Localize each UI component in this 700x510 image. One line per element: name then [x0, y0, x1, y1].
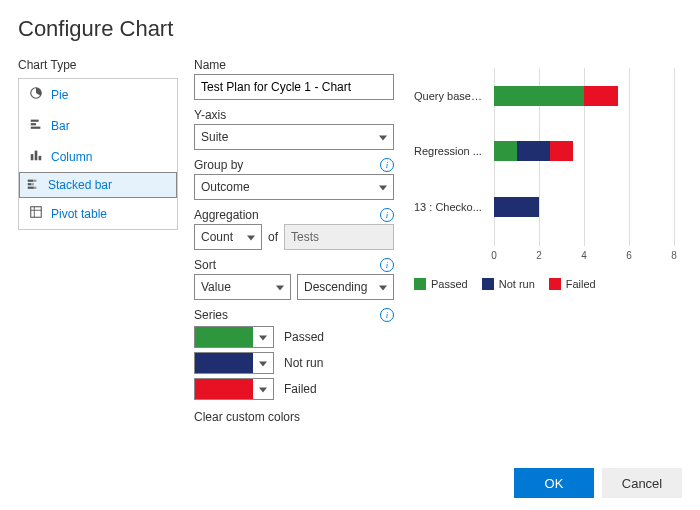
pie-icon [29, 86, 43, 103]
series-color-picker[interactable] [194, 352, 274, 374]
chart-preview: 02468 Query based...Regression ...13 : C… [410, 58, 682, 424]
legend-swatch [549, 278, 561, 290]
chevron-down-icon [247, 236, 255, 241]
bar-icon [29, 117, 43, 134]
series-row: Failed [194, 378, 394, 400]
yaxis-select[interactable]: Suite [194, 124, 394, 150]
svg-rect-3 [31, 127, 41, 129]
svg-rect-13 [31, 207, 42, 218]
series-row: Not run [194, 352, 394, 374]
svg-rect-4 [31, 154, 34, 160]
chart-xaxis: 02468 [494, 248, 674, 268]
chart-type-item-pie[interactable]: Pie [19, 79, 177, 110]
chart-type-item-pivot-table[interactable]: Pivot table [19, 198, 177, 229]
category-label: 13 : Checko... [414, 201, 484, 213]
chart-type-list: PieBarColumnStacked barPivot table [18, 78, 178, 230]
bar-row [494, 86, 618, 106]
sort-dir-select[interactable]: Descending [297, 274, 394, 300]
chevron-down-icon [379, 286, 387, 291]
bar-segment-failed [584, 86, 618, 106]
svg-rect-6 [39, 156, 42, 160]
svg-rect-1 [31, 120, 39, 122]
chart-legend: PassedNot runFailed [414, 278, 682, 290]
series-label: Series [194, 308, 228, 322]
bar-segment-passed [494, 141, 517, 161]
bar-segment-passed [494, 86, 584, 106]
series-name: Failed [284, 382, 317, 396]
xaxis-tick: 8 [671, 250, 677, 261]
aggregation-select[interactable]: Count [194, 224, 262, 250]
svg-rect-8 [33, 179, 37, 181]
sort-label: Sort [194, 258, 216, 272]
chart-type-sidebar: Chart Type PieBarColumnStacked barPivot … [18, 58, 178, 424]
legend-swatch [482, 278, 494, 290]
svg-rect-5 [35, 151, 38, 161]
chart-type-item-column[interactable]: Column [19, 141, 177, 172]
info-icon[interactable]: i [380, 208, 394, 222]
chart-type-label: Stacked bar [48, 178, 112, 192]
svg-rect-12 [34, 186, 37, 188]
chevron-down-icon [379, 136, 387, 141]
series-color-picker[interactable] [194, 378, 274, 400]
chart: 02468 Query based...Regression ...13 : C… [414, 68, 674, 268]
chevron-down-icon [259, 362, 267, 367]
groupby-label: Group by [194, 158, 243, 172]
series-name: Not run [284, 356, 323, 370]
chart-type-label: Pie [51, 88, 68, 102]
legend-item: Not run [482, 278, 535, 290]
clear-colors-link[interactable]: Clear custom colors [194, 410, 394, 424]
chevron-down-icon [276, 286, 284, 291]
chart-type-label: Bar [51, 119, 70, 133]
chart-type-item-bar[interactable]: Bar [19, 110, 177, 141]
dialog-title: Configure Chart [18, 16, 682, 42]
chart-type-label: Column [51, 150, 92, 164]
xaxis-tick: 4 [581, 250, 587, 261]
svg-rect-2 [31, 123, 36, 125]
series-color-picker[interactable] [194, 326, 274, 348]
chart-type-item-stacked-bar[interactable]: Stacked bar [19, 172, 177, 198]
legend-item: Passed [414, 278, 468, 290]
chevron-down-icon [379, 186, 387, 191]
svg-rect-10 [31, 183, 34, 185]
legend-label: Not run [499, 278, 535, 290]
series-name: Passed [284, 330, 324, 344]
svg-rect-11 [28, 186, 34, 188]
xaxis-tick: 6 [626, 250, 632, 261]
series-list: PassedNot runFailed [194, 326, 394, 400]
ok-button[interactable]: OK [514, 468, 594, 498]
chart-type-header: Chart Type [18, 58, 178, 72]
column-icon [29, 148, 43, 165]
config-form: Name Y-axis Suite Group by i Outcome Agg… [194, 58, 394, 424]
pivot-icon [29, 205, 43, 222]
legend-item: Failed [549, 278, 596, 290]
groupby-select[interactable]: Outcome [194, 174, 394, 200]
info-icon[interactable]: i [380, 158, 394, 172]
svg-rect-9 [28, 183, 32, 185]
aggregation-of: of [268, 230, 278, 244]
legend-label: Passed [431, 278, 468, 290]
legend-label: Failed [566, 278, 596, 290]
name-label: Name [194, 58, 394, 72]
bar-segment-failed [550, 141, 573, 161]
chevron-down-icon [259, 388, 267, 393]
stackedbar-icon [26, 177, 40, 194]
bar-segment-not-run [494, 197, 539, 217]
bar-row [494, 141, 573, 161]
bar-segment-not-run [517, 141, 551, 161]
cancel-button[interactable]: Cancel [602, 468, 682, 498]
svg-rect-7 [28, 179, 33, 181]
info-icon[interactable]: i [380, 258, 394, 272]
name-input[interactable] [194, 74, 394, 100]
yaxis-label: Y-axis [194, 108, 394, 122]
sort-by-select[interactable]: Value [194, 274, 291, 300]
aggregation-label: Aggregation [194, 208, 259, 222]
aggregation-field: Tests [284, 224, 394, 250]
bar-row [494, 197, 539, 217]
category-label: Query based... [414, 90, 484, 102]
chevron-down-icon [259, 336, 267, 341]
xaxis-tick: 0 [491, 250, 497, 261]
category-label: Regression ... [414, 145, 484, 157]
xaxis-tick: 2 [536, 250, 542, 261]
info-icon[interactable]: i [380, 308, 394, 322]
chart-type-label: Pivot table [51, 207, 107, 221]
